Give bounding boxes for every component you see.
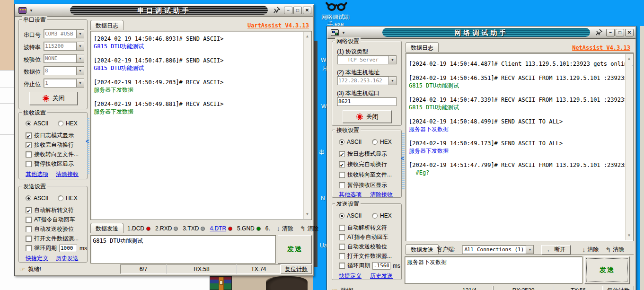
checkbox-parse-escape[interactable]: 自动解析转义符	[339, 224, 387, 232]
uart-send-tab[interactable]: 数据发送	[90, 223, 124, 233]
clear-recv-button[interactable]: ↰清除	[300, 225, 319, 233]
checkbox-icon[interactable]	[26, 132, 32, 139]
minimize-button[interactable]: –	[606, 29, 615, 36]
checkbox-auto-checksum[interactable]: 自动发送校验位	[339, 243, 387, 251]
checkbox-file-source[interactable]: 打开文件数据源...	[26, 235, 79, 243]
checkbox-icon[interactable]	[26, 207, 32, 213]
maximize-button[interactable]: □	[616, 29, 624, 36]
checkbox-auto-newline[interactable]: 接收完自动换行	[26, 141, 74, 149]
checkbox-icon[interactable]	[26, 226, 32, 232]
checkbox-icon[interactable]	[339, 172, 345, 178]
checkbox-icon[interactable]	[339, 253, 345, 259]
radio-send-ascii[interactable]: ASCII	[339, 212, 362, 219]
minimize-button[interactable]: –	[284, 7, 292, 14]
checkbox-icon[interactable]	[339, 182, 345, 188]
checkbox-icon[interactable]	[339, 151, 345, 157]
checkbox-icon[interactable]	[26, 142, 32, 148]
cycle-period-input[interactable]	[59, 245, 77, 252]
scroll-down-icon[interactable]: ▼	[626, 232, 633, 239]
net-other-options-link[interactable]: 其他选项	[339, 191, 362, 199]
chevron-down-icon[interactable]: ▼	[526, 246, 533, 254]
checkbox-auto-newline[interactable]: 接收完自动换行	[339, 160, 387, 168]
checkbox-icon[interactable]	[339, 244, 345, 250]
radio-icon[interactable]	[58, 121, 63, 126]
desktop-icon-netassist-exe[interactable]: 网络调试助 手.exe	[314, 0, 357, 26]
checkbox-icon[interactable]	[26, 245, 32, 251]
radio-icon[interactable]	[372, 213, 378, 219]
netassist-version-link[interactable]: NetAssist V4.3.13	[572, 44, 630, 51]
checkbox-log-mode[interactable]: 按日志模式显示	[339, 150, 387, 158]
radio-send-ascii[interactable]: ASCII	[26, 195, 48, 202]
chevron-down-icon[interactable]: ▼	[388, 77, 396, 85]
checkbox-cycle-period[interactable]: 循环周期 ms	[26, 244, 87, 252]
local-host-addr-combo[interactable]: 172.28.253.162▼	[337, 76, 397, 85]
checkbox-auto-checksum[interactable]: 自动发送校验位	[26, 225, 74, 233]
checkbox-icon[interactable]	[26, 217, 32, 223]
cycle-period-input[interactable]	[372, 262, 390, 270]
radio-recv-hex[interactable]: HEX	[372, 139, 392, 145]
checkbox-icon[interactable]	[26, 161, 32, 167]
uart-history-link[interactable]: 历史发送	[56, 255, 79, 263]
checkbox-icon[interactable]	[339, 263, 345, 269]
net-close-button[interactable]: 关闭	[343, 110, 392, 123]
net-clear-recv-link[interactable]: 清除接收	[370, 191, 393, 199]
radio-icon[interactable]	[26, 195, 31, 201]
net-send-tab[interactable]: 数据发送	[406, 244, 439, 254]
maximize-button[interactable]: □	[293, 7, 302, 14]
chevron-down-icon[interactable]: ▼	[76, 42, 84, 50]
stopbits-combo[interactable]: 1▼	[44, 79, 84, 88]
uart-log-tab[interactable]: 数据日志	[90, 20, 124, 30]
checkbox-pause-recv[interactable]: 暂停接收区显示	[26, 160, 74, 168]
collapse-panel-arrow-icon[interactable]: <	[86, 138, 89, 145]
radio-recv-ascii[interactable]: ASCII	[26, 120, 48, 127]
uart-other-options-link[interactable]: 其他选项	[26, 170, 48, 178]
databits-combo[interactable]: 8▼	[44, 66, 84, 75]
chevron-down-icon[interactable]: ▼	[388, 56, 396, 64]
checkbox-icon[interactable]	[26, 151, 32, 158]
chevron-down-icon[interactable]: ▼	[76, 67, 84, 75]
reset-counter-button[interactable]: 复位计数	[603, 286, 634, 290]
scroll-up-icon[interactable]: ▲	[304, 33, 311, 40]
winrar-icon[interactable]	[210, 276, 232, 290]
net-log-area[interactable]: [2024-02-19 14:50:44.487]# Client 113.12…	[406, 53, 634, 241]
uart-send-button[interactable]: 发送	[278, 235, 312, 264]
client-connections-combo[interactable]: All Connections (1)▼	[462, 245, 534, 254]
checkbox-at-cr[interactable]: AT指令自动回车	[26, 216, 75, 224]
uartassist-version-link[interactable]: UartAssist V4.3.13	[247, 22, 309, 29]
close-button[interactable]: ✕	[625, 29, 634, 36]
reset-counter-button[interactable]: 复位计数	[281, 264, 312, 274]
clear-send-button[interactable]: ↓清除	[277, 225, 293, 233]
checkbox-log-mode[interactable]: 按日志模式显示	[26, 132, 74, 140]
uart-shortcut-link[interactable]: 快捷定义	[26, 255, 48, 263]
radio-recv-hex[interactable]: HEX	[58, 120, 78, 127]
checkbox-icon[interactable]	[26, 236, 32, 242]
radio-icon[interactable]	[58, 195, 63, 201]
checkbox-pause-recv[interactable]: 暂停接收区显示	[339, 181, 387, 189]
scroll-up-icon[interactable]: ▲	[626, 55, 633, 62]
checkbox-recv-to-file[interactable]: 接收转向至文件...	[26, 150, 79, 158]
checkbox-icon[interactable]	[339, 225, 345, 231]
local-host-port-input[interactable]	[337, 97, 397, 106]
pin-icon[interactable]	[596, 29, 602, 37]
uart-clear-recv-link[interactable]: 清除接收	[56, 170, 79, 178]
parity-combo[interactable]: NONE▼	[44, 54, 84, 63]
uart-close-port-button[interactable]: 关闭	[29, 92, 78, 105]
radio-send-hex[interactable]: HEX	[58, 195, 78, 202]
net-titlebar[interactable]: ▼ 网络调试助手 – □ ✕	[327, 27, 635, 39]
radio-icon[interactable]	[339, 213, 344, 219]
baudrate-combo[interactable]: 115200▼	[44, 42, 84, 51]
close-button[interactable]: ✕	[303, 7, 311, 14]
radio-icon[interactable]	[26, 121, 31, 126]
net-send-button[interactable]: 发送	[584, 256, 630, 284]
chevron-down-icon[interactable]: ▼	[76, 54, 84, 62]
checkbox-at-cr[interactable]: AT指令自动回车	[339, 233, 388, 241]
uart-send-input[interactable]: G815 DTU功能测试	[90, 235, 276, 264]
pin-icon[interactable]	[273, 7, 280, 15]
serial-port-combo[interactable]: COM3 #USB▼	[44, 29, 84, 38]
panel-splitter[interactable]	[87, 118, 89, 175]
clear-recv-button[interactable]: ↰清除	[605, 246, 624, 254]
checkbox-parse-escape[interactable]: 自动解析转义符	[26, 206, 74, 214]
net-log-tab[interactable]: 数据日志	[406, 42, 439, 52]
radio-send-hex[interactable]: HEX	[372, 212, 392, 219]
collapse-panel-arrow-icon[interactable]: <	[401, 155, 404, 162]
